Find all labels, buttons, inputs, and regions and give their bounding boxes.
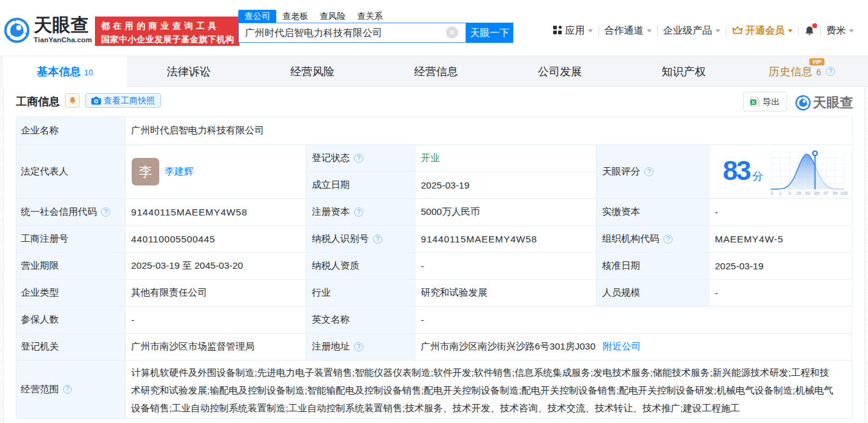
svg-text:0: 0 (771, 190, 773, 195)
svg-text:50: 50 (805, 190, 810, 195)
svg-text:99: 99 (832, 190, 837, 195)
svg-text:1: 1 (779, 190, 782, 195)
svg-text:85: 85 (814, 190, 819, 195)
svg-text:3: 3 (788, 190, 791, 195)
svg-text:15: 15 (796, 190, 801, 195)
svg-text:100: 100 (840, 190, 848, 195)
svg-text:97: 97 (823, 190, 828, 195)
